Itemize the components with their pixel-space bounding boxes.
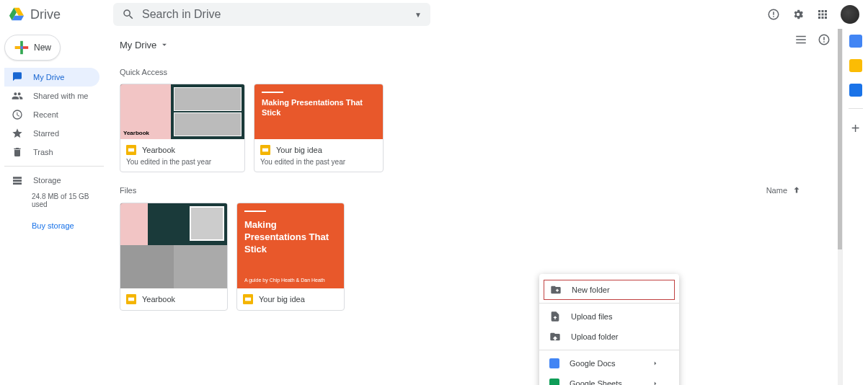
sort-label: Name — [766, 186, 787, 195]
quick-access-label: Quick Access — [120, 68, 831, 76]
account-avatar[interactable] — [841, 5, 859, 24]
sidebar-item-mydrive[interactable]: My Drive — [4, 68, 99, 87]
folder-plus-icon — [550, 284, 562, 296]
sidebar-item-label: Trash — [33, 148, 53, 156]
card-subtitle: You edited in the past year — [260, 158, 377, 166]
calendar-icon[interactable] — [849, 35, 862, 48]
divider — [4, 166, 104, 167]
settings-icon[interactable] — [792, 8, 805, 21]
menu-label: New folder — [572, 286, 610, 294]
sort-column[interactable]: Name — [766, 185, 802, 195]
thumbnail: Making Presentations That Stick A guide … — [237, 203, 344, 288]
search-icon — [122, 8, 135, 21]
sidebar-item-label: Recent — [33, 110, 58, 119]
scrollbar-track[interactable] — [838, 29, 842, 385]
menu-label: Upload folder — [571, 332, 618, 341]
clock-icon — [12, 109, 23, 120]
main-area: New My Drive Shared with me Recent Starr… — [0, 29, 868, 385]
drive-icon — [12, 71, 23, 83]
menu-label: Google Docs — [570, 359, 616, 368]
keep-icon[interactable] — [849, 59, 862, 72]
info-icon[interactable] — [818, 33, 831, 46]
breadcrumb-label: My Drive — [120, 40, 156, 50]
files-header: Files Name — [120, 185, 831, 195]
new-button-label: New — [34, 43, 51, 53]
search-box[interactable]: Search in Drive ▼ — [113, 3, 430, 26]
logo-area[interactable]: Drive — [9, 6, 113, 22]
search-placeholder: Search in Drive — [142, 8, 221, 21]
drive-logo-icon — [9, 6, 25, 22]
breadcrumb[interactable]: My Drive — [120, 33, 831, 56]
app-name: Drive — [30, 7, 61, 22]
list-view-icon[interactable] — [794, 33, 807, 46]
right-sidebar: + — [842, 29, 868, 385]
card-title: Your big idea — [276, 146, 322, 154]
view-controls — [794, 33, 831, 46]
menu-divider — [539, 303, 679, 304]
menu-google-sheets[interactable]: Google Sheets — [539, 373, 679, 385]
menu-new-folder[interactable]: New folder — [544, 280, 675, 300]
arrow-up-icon — [792, 185, 802, 195]
trash-icon — [12, 146, 23, 158]
file-upload-icon — [549, 311, 561, 322]
sidebar-item-starred[interactable]: Starred — [4, 124, 99, 143]
file-card-yearbook[interactable]: Yearbook — [120, 203, 228, 311]
svg-rect-3 — [262, 149, 268, 152]
apps-icon[interactable] — [816, 8, 829, 21]
file-card-bigidea[interactable]: Making Presentations That Stick A guide … — [236, 203, 345, 311]
thumb-text: Making Presentations That Stick — [244, 219, 337, 256]
sidebar-item-label: Storage — [33, 176, 61, 185]
sidebar-item-storage[interactable]: Storage — [4, 171, 99, 190]
thumb-text: Making Presentations That Stick — [262, 97, 376, 118]
folder-upload-icon — [549, 331, 561, 342]
card-subtitle: You edited in the past year — [126, 158, 239, 166]
file-title: Your big idea — [259, 295, 305, 304]
card-title: Yearbook — [142, 146, 175, 154]
menu-divider — [539, 350, 679, 350]
search-dropdown-icon[interactable]: ▼ — [415, 11, 422, 19]
thumb-label: Yearbook — [123, 130, 149, 136]
content-area: My Drive Quick Access Yearbook Yearbook … — [108, 29, 842, 385]
sheets-icon — [549, 379, 559, 385]
quick-card-yearbook[interactable]: Yearbook Yearbook You edited in the past… — [120, 84, 245, 172]
slides-icon — [243, 294, 253, 304]
storage-usage: 24.8 MB of 15 GB used — [4, 192, 104, 208]
people-icon — [12, 90, 23, 102]
menu-upload-folder[interactable]: Upload folder — [539, 327, 679, 347]
context-menu: New folder Upload files Upload folder Go… — [539, 274, 679, 385]
tasks-icon[interactable] — [849, 84, 862, 97]
addons-plus-icon[interactable]: + — [851, 120, 860, 137]
sidebar-item-recent[interactable]: Recent — [4, 105, 99, 124]
scrollbar-thumb[interactable] — [838, 29, 842, 249]
top-right-controls — [767, 5, 859, 24]
quick-card-bigidea[interactable]: Making Presentations That Stick Your big… — [254, 84, 384, 172]
star-icon — [12, 128, 23, 139]
file-title: Yearbook — [142, 295, 175, 304]
svg-rect-5 — [128, 298, 134, 301]
sidebar-item-trash[interactable]: Trash — [4, 143, 99, 161]
sidebar-item-label: My Drive — [33, 73, 64, 81]
slides-icon — [126, 294, 136, 304]
menu-google-docs[interactable]: Google Docs — [539, 353, 679, 373]
sidebar-item-label: Shared with me — [33, 92, 88, 100]
sidebar-item-shared[interactable]: Shared with me — [4, 87, 99, 105]
thumbnail — [120, 203, 227, 288]
menu-label: Upload files — [571, 312, 612, 321]
svg-rect-1 — [128, 149, 134, 152]
caret-down-icon — [159, 40, 169, 50]
help-icon[interactable] — [767, 8, 780, 21]
new-button[interactable]: New — [4, 35, 61, 61]
menu-label: Google Sheets — [570, 379, 622, 385]
topbar: Drive Search in Drive ▼ — [0, 0, 868, 29]
slides-icon — [260, 145, 270, 155]
menu-upload-files[interactable]: Upload files — [539, 306, 679, 327]
slides-icon — [126, 145, 136, 155]
buy-storage-link[interactable]: Buy storage — [4, 221, 104, 230]
thumbnail: Yearbook — [120, 84, 244, 139]
files-row: Yearbook Making Presentations That Stick… — [120, 203, 831, 311]
quick-access-row: Yearbook Yearbook You edited in the past… — [120, 84, 831, 172]
thumbnail: Making Presentations That Stick — [254, 84, 383, 139]
chevron-right-icon — [652, 360, 659, 367]
sidebar: New My Drive Shared with me Recent Starr… — [0, 29, 108, 385]
svg-rect-7 — [245, 298, 251, 301]
